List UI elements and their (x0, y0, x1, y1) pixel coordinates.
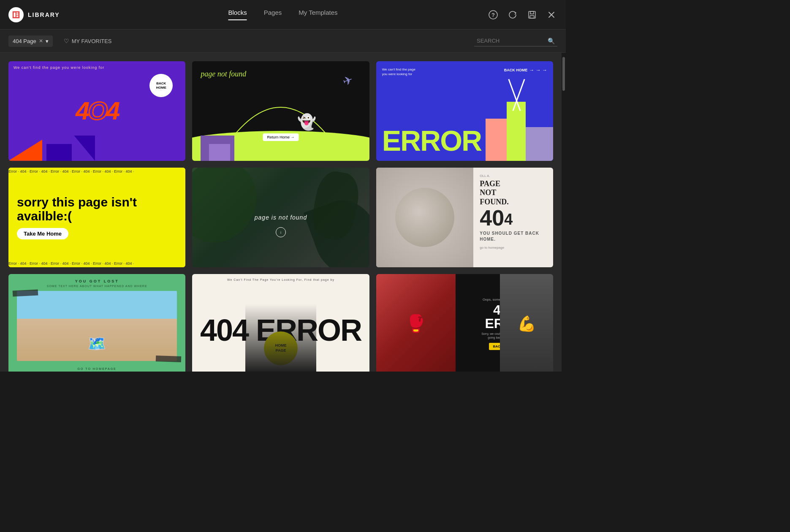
svg-rect-1 (14, 12, 16, 17)
header-tabs: Blocks Pages My Templates (228, 9, 338, 20)
category-label: 404 Page (13, 38, 36, 44)
template-grid-area: We can't find the page you were looking … (0, 53, 562, 372)
svg-rect-9 (530, 16, 534, 18)
favorites-label: MY FAVORITES (72, 38, 112, 44)
template-card-2[interactable]: page not found ✈ 👻 (192, 61, 369, 161)
refresh-icon[interactable] (507, 9, 519, 21)
heart-icon: ♡ (64, 38, 69, 44)
category-clear-icon[interactable]: ✕ (39, 38, 43, 44)
svg-rect-0 (13, 11, 20, 18)
template-card-5[interactable]: page is not found ↓ (192, 168, 369, 267)
template-card-7[interactable]: YOU GOT LOST SOME TEXT HERE ABOUT WHAT H… (8, 274, 185, 372)
tab-blocks[interactable]: Blocks (228, 9, 247, 20)
search-input[interactable] (477, 38, 544, 44)
scrollbar-thumb[interactable] (562, 57, 565, 91)
svg-rect-3 (16, 14, 19, 15)
template-card-8[interactable]: We Can't Find The Page You're Looking Fo… (192, 274, 369, 372)
template-card-3[interactable]: We can't find the pageyou were looking f… (376, 61, 553, 161)
category-selector[interactable]: 404 Page ✕ ▾ (8, 35, 53, 47)
svg-text:?: ? (491, 12, 495, 18)
favorites-button[interactable]: ♡ MY FAVORITES (60, 35, 116, 47)
scrollbar[interactable] (562, 53, 566, 372)
elementor-logo-icon (8, 7, 24, 22)
close-icon[interactable] (546, 9, 557, 21)
svg-rect-4 (16, 16, 19, 17)
library-title: LIBRARY (28, 11, 60, 18)
template-card-6[interactable]: OLL A. PAGENOTFOUND. 404 YOU SHOULD GET … (376, 168, 553, 267)
save-icon[interactable] (526, 9, 538, 21)
header: LIBRARY Blocks Pages My Templates ? (0, 0, 566, 30)
search-area: 🔍 (474, 36, 557, 46)
logo-area: LIBRARY (8, 7, 60, 22)
template-card-1[interactable]: We can't find the page you were looking … (8, 61, 185, 161)
template-grid: We can't find the page you were looking … (8, 61, 553, 372)
header-actions: ? (487, 9, 557, 21)
help-icon[interactable]: ? (487, 9, 499, 21)
content-area: We can't find the page you were looking … (0, 53, 566, 372)
toolbar: 404 Page ✕ ▾ ♡ MY FAVORITES 🔍 (0, 30, 566, 53)
template-card-4[interactable]: Error · 404 · Error · 404 · Error · 404 … (8, 168, 185, 267)
category-chevron-icon[interactable]: ▾ (46, 38, 49, 44)
template-card-9[interactable]: 🥊 Oops, something went wrong 404EROR Sor… (376, 274, 553, 372)
search-icon[interactable]: 🔍 (548, 38, 555, 44)
svg-rect-2 (16, 12, 19, 14)
tab-my-templates[interactable]: My Templates (299, 9, 337, 20)
tab-pages[interactable]: Pages (264, 9, 282, 20)
svg-rect-8 (530, 11, 534, 14)
